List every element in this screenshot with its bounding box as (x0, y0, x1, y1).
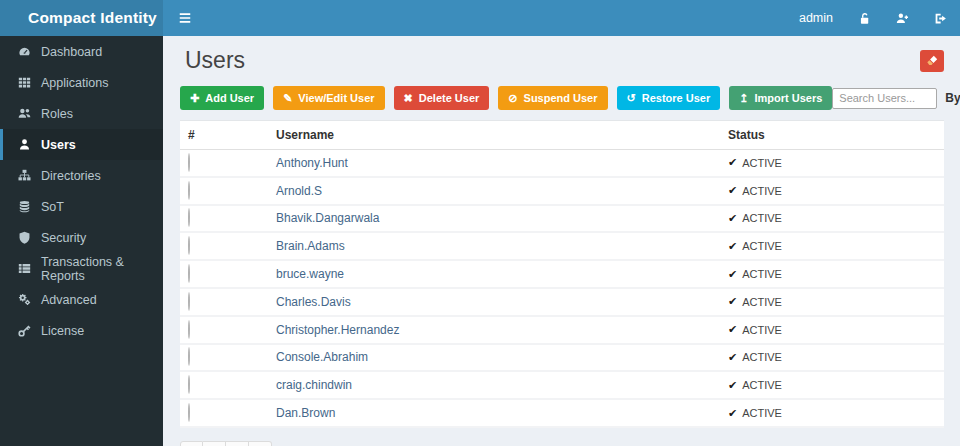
username-link[interactable]: bruce.wayne (268, 267, 720, 281)
pagination-button[interactable] (180, 441, 203, 446)
table-row: Brain.Adams✔ACTIVE (180, 233, 944, 261)
sidebar-item-sot[interactable]: SoT (0, 191, 163, 222)
status-text: ACTIVE (742, 324, 782, 336)
status-cell: ✔ACTIVE (720, 379, 944, 392)
check-icon: ✔ (728, 323, 737, 336)
row-select-radio[interactable] (188, 320, 190, 339)
page-title: Users (180, 47, 245, 74)
username-link[interactable]: Arnold.S (268, 184, 720, 198)
status-cell: ✔ACTIVE (720, 240, 944, 253)
table-row: Anthony.Hunt✔ACTIVE (180, 150, 944, 178)
row-select-radio[interactable] (188, 292, 190, 311)
topbar-right: admin (799, 11, 947, 25)
add-user-button[interactable]: ✚Add User (180, 86, 264, 110)
status-text: ACTIVE (742, 379, 782, 391)
sign-out-icon[interactable] (934, 12, 947, 25)
sidebar-item-transactions-reports[interactable]: Transactions & Reports (0, 253, 163, 284)
check-icon: ✔ (728, 295, 737, 308)
topbar-username[interactable]: admin (799, 11, 833, 25)
sidebar-item-users[interactable]: Users (0, 129, 163, 160)
sidebar-item-directories[interactable]: Directories (0, 160, 163, 191)
import-users-button[interactable]: ↥Import Users (729, 86, 832, 110)
button-label: Suspend User (524, 92, 598, 104)
column-header-item: # (180, 128, 268, 142)
topbar-main: admin (163, 0, 960, 36)
row-select-radio[interactable] (188, 181, 190, 200)
pagination-button[interactable] (226, 441, 249, 446)
user-plus-icon[interactable] (896, 12, 909, 25)
status-cell: ✔ACTIVE (720, 156, 944, 169)
clear-filter-button[interactable] (920, 50, 944, 72)
button-label: Add User (205, 92, 254, 104)
check-icon: ✔ (728, 156, 737, 169)
button-label: Restore User (642, 92, 710, 104)
main-content: Users ✚Add User✎View/Edit User✖Delete Us… (163, 36, 960, 446)
row-select-radio[interactable] (188, 347, 190, 366)
username-link[interactable]: Anthony.Hunt (268, 156, 720, 170)
table-row: bruce.wayne✔ACTIVE (180, 261, 944, 289)
row-select-radio[interactable] (188, 208, 190, 227)
table-row: Console.Abrahim✔ACTIVE (180, 345, 944, 373)
app-brand: Compact Identity (0, 0, 163, 36)
edit-icon: ✎ (283, 93, 292, 104)
sidebar-item-security[interactable]: Security (0, 222, 163, 253)
sidebar-toggle-button[interactable] (174, 7, 196, 29)
username-link[interactable]: Christopher.Hernandez (268, 323, 720, 337)
sidebar-item-applications[interactable]: Applications (0, 67, 163, 98)
user-icon (18, 138, 31, 151)
username-link[interactable]: Charles.Davis (268, 295, 720, 309)
status-cell: ✔ACTIVE (720, 212, 944, 225)
shield-icon (18, 231, 31, 244)
unlock-icon[interactable] (858, 12, 871, 25)
sidebar-item-advanced[interactable]: Advanced (0, 284, 163, 315)
username-link[interactable]: Brain.Adams (268, 239, 720, 253)
sidebar-item-dashboard[interactable]: Dashboard (0, 36, 163, 67)
row-select-radio[interactable] (188, 403, 190, 422)
status-cell: ✔ACTIVE (720, 295, 944, 308)
restore-user-button[interactable]: ↺Restore User (617, 86, 721, 110)
table-row: Christopher.Hernandez✔ACTIVE (180, 317, 944, 345)
button-label: Delete User (419, 92, 480, 104)
username-link[interactable]: craig.chindwin (268, 378, 720, 392)
delete-user-button[interactable]: ✖Delete User (394, 86, 490, 110)
button-label: View/Edit User (298, 92, 374, 104)
sidebar-item-license[interactable]: License (0, 315, 163, 346)
check-icon: ✔ (728, 240, 737, 253)
sidebar-item-label: SoT (41, 200, 64, 214)
status-text: ACTIVE (742, 296, 782, 308)
view-edit-user-button[interactable]: ✎View/Edit User (273, 86, 384, 110)
ban-icon: ⊘ (508, 93, 517, 104)
row-select-radio[interactable] (188, 153, 190, 172)
column-header-status: Status (720, 128, 944, 142)
username-link[interactable]: Console.Abrahim (268, 350, 720, 364)
list-icon (18, 262, 31, 275)
plus-icon: ✚ (190, 93, 199, 104)
search-input[interactable] (832, 88, 937, 109)
key-icon (18, 324, 31, 337)
status-text: ACTIVE (742, 351, 782, 363)
check-icon: ✔ (728, 407, 737, 420)
username-link[interactable]: Dan.Brown (268, 406, 720, 420)
row-select-radio[interactable] (188, 264, 190, 283)
sitemap-icon (18, 169, 31, 182)
check-icon: ✔ (728, 212, 737, 225)
row-select-radio[interactable] (188, 236, 190, 255)
table-row: craig.chindwin✔ACTIVE (180, 372, 944, 400)
app-window: Compact Identity admin DashboardApplicat… (0, 0, 960, 446)
sidebar-item-label: Users (41, 138, 76, 152)
check-icon: ✔ (728, 184, 737, 197)
pagination-button[interactable] (203, 441, 226, 446)
group-icon (18, 107, 31, 120)
undo-icon: ↺ (627, 93, 636, 104)
username-link[interactable]: Bhavik.Dangarwala (268, 211, 720, 225)
status-text: ACTIVE (742, 407, 782, 419)
status-text: ACTIVE (742, 157, 782, 169)
sidebar-item-label: Security (41, 231, 86, 245)
suspend-user-button[interactable]: ⊘Suspend User (498, 86, 607, 110)
row-select-radio[interactable] (188, 375, 190, 394)
sidebar-item-label: Dashboard (41, 45, 102, 59)
sidebar-item-roles[interactable]: Roles (0, 98, 163, 129)
action-buttons: ✚Add User✎View/Edit User✖Delete User⊘Sus… (180, 86, 832, 110)
status-cell: ✔ACTIVE (720, 407, 944, 420)
pagination-button[interactable] (249, 441, 272, 446)
